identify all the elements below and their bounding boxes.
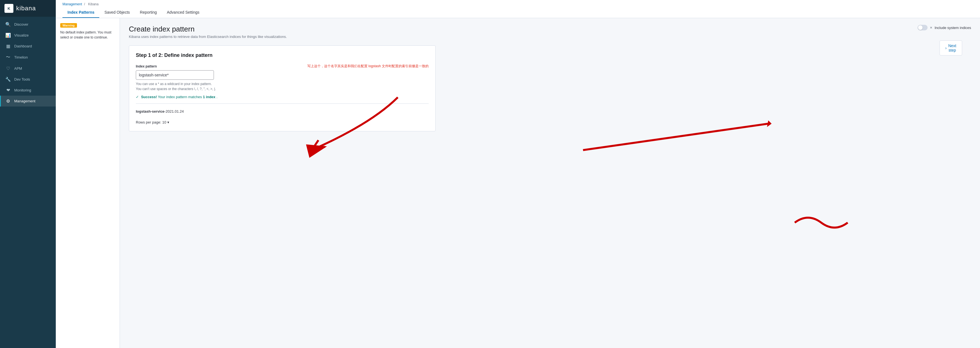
warning-panel: Warning No default index pattern. You mu…: [56, 18, 120, 348]
monitoring-icon: ❤: [5, 87, 11, 93]
tab-advanced-settings[interactable]: Advanced Settings: [162, 7, 204, 18]
form-card: Step 1 of 2: Define index pattern Index …: [129, 46, 436, 131]
success-prefix: Success!: [141, 95, 157, 99]
include-system-label: Include system indices: [935, 25, 971, 30]
kibana-logo-icon: K: [5, 4, 13, 13]
breadcrumb: Management / Kibana: [62, 0, 973, 7]
index-name-rest: -2021.01.24: [165, 109, 184, 113]
field-hint: You can use a * as a wildcard in your in…: [136, 81, 429, 91]
sidebar-item-visualize[interactable]: 📊 Visualize: [0, 30, 56, 41]
rows-per-page-label: Rows per page: 10: [136, 120, 166, 124]
sidebar-navigation: 🔍 Discover 📊 Visualize ▦ Dashboard 〜 Tim…: [0, 17, 56, 348]
apm-icon: ♡: [5, 66, 11, 71]
tab-saved-objects[interactable]: Saved Objects: [99, 7, 135, 18]
index-pattern-label: Index pattern: [136, 64, 157, 68]
warning-badge: Warning: [60, 23, 77, 28]
breadcrumb-separator: /: [84, 2, 85, 6]
next-step-label: Next step: [948, 43, 956, 52]
sidebar-item-label: Dashboard: [14, 44, 32, 48]
sidebar-item-label: Management: [14, 99, 35, 103]
index-pattern-input[interactable]: [136, 70, 214, 80]
topnav-tabs: Index Patterns Saved Objects Reporting A…: [62, 7, 973, 18]
content-area: Warning No default index pattern. You mu…: [56, 18, 980, 348]
timelion-icon: 〜: [5, 54, 11, 60]
breadcrumb-current: Kibana: [88, 2, 99, 6]
checkmark-icon: ✓: [136, 95, 139, 99]
include-system-indices-toggle-group: ✕ Include system indices: [918, 25, 971, 30]
tab-reporting[interactable]: Reporting: [135, 7, 162, 18]
index-name-bold: logstash-service: [136, 109, 165, 113]
sidebar-item-label: APM: [14, 66, 22, 70]
sidebar-item-label: Timelion: [14, 55, 28, 59]
devtools-icon: 🔧: [5, 77, 11, 82]
page-subtitle: Kibana uses index patterns to retrieve d…: [129, 35, 287, 39]
main-panel: Create index pattern Kibana uses index p…: [120, 18, 980, 348]
sidebar-item-label: Dev Tools: [14, 77, 30, 81]
toggle-x-icon: ✕: [930, 26, 932, 30]
management-icon: ⚙: [5, 99, 11, 104]
rows-chevron-icon: ▾: [167, 120, 169, 124]
visualize-icon: 📊: [5, 33, 11, 38]
dashboard-icon: ▦: [5, 43, 11, 49]
warning-text: No default index pattern. You must selec…: [60, 30, 115, 40]
sidebar-item-management[interactable]: ⚙ Management: [0, 95, 56, 106]
sidebar-item-dashboard[interactable]: ▦ Dashboard: [0, 41, 56, 52]
success-suffix: .: [216, 95, 218, 99]
sidebar-logo: K kibana: [0, 0, 56, 17]
sidebar: K kibana 🔍 Discover 📊 Visualize ▦ Dashbo…: [0, 0, 56, 348]
field-annotation: 写上这个，这个名字其实是和我们在配置 logstash 文件时配置的索引前缀是一…: [307, 64, 429, 68]
tab-index-patterns[interactable]: Index Patterns: [62, 7, 99, 18]
index-item: logstash-service-2021.01.24: [136, 107, 429, 116]
main-area: Management / Kibana Index Patterns Saved…: [56, 0, 980, 348]
success-text: Your index pattern matches: [158, 95, 203, 99]
sidebar-item-label: Monitoring: [14, 88, 31, 92]
sidebar-item-apm[interactable]: ♡ APM: [0, 63, 56, 74]
kibana-logo-text: kibana: [16, 5, 36, 12]
sidebar-item-discover[interactable]: 🔍 Discover: [0, 19, 56, 30]
step-title: Step 1 of 2: Define index pattern: [136, 52, 429, 58]
include-system-indices-toggle[interactable]: [918, 25, 928, 30]
field-label-row: Index pattern 写上这个，这个名字其实是和我们在配置 logstas…: [136, 64, 429, 68]
discover-icon: 🔍: [5, 22, 11, 27]
page-header-text: Create index pattern Kibana uses index p…: [129, 25, 287, 39]
sidebar-item-timelion[interactable]: 〜 Timelion: [0, 52, 56, 63]
index-list: logstash-service-2021.01.24: [136, 103, 429, 116]
next-step-icon: ›: [945, 46, 947, 50]
page-header: Create index pattern Kibana uses index p…: [129, 25, 971, 39]
rows-per-page[interactable]: Rows per page: 10 ▾: [136, 120, 429, 124]
sidebar-item-monitoring[interactable]: ❤ Monitoring: [0, 85, 56, 95]
success-message: ✓ Success! Your index pattern matches 1 …: [136, 95, 429, 99]
page-title: Create index pattern: [129, 25, 287, 33]
breadcrumb-management[interactable]: Management: [62, 2, 82, 6]
sidebar-item-devtools[interactable]: 🔧 Dev Tools: [0, 74, 56, 85]
top-navigation: Management / Kibana Index Patterns Saved…: [56, 0, 980, 18]
success-count: 1 index: [203, 95, 216, 99]
svg-marker-0: [767, 121, 772, 127]
sidebar-item-label: Discover: [14, 22, 29, 27]
next-step-button[interactable]: › Next step: [940, 40, 962, 56]
sidebar-item-label: Visualize: [14, 33, 29, 37]
